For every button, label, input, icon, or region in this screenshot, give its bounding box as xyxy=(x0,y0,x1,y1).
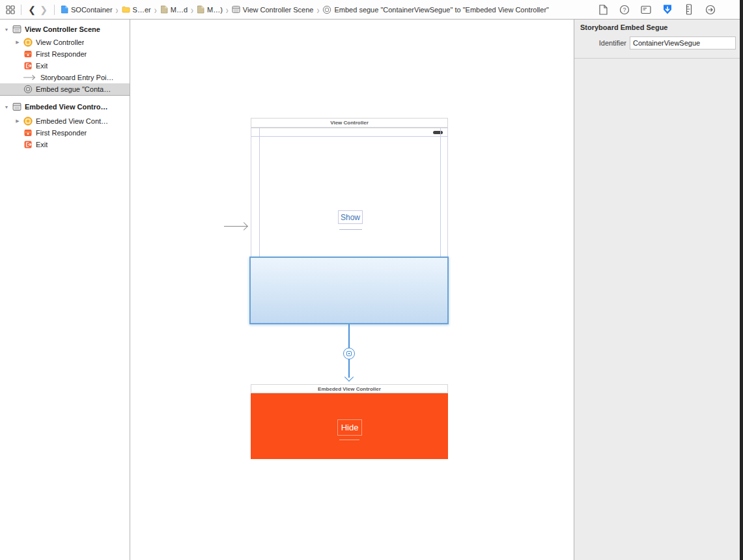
outline-item-label: Exit xyxy=(36,62,48,70)
scene-icon xyxy=(12,102,21,112)
tab-connections-inspector[interactable] xyxy=(704,3,717,16)
scene-icon xyxy=(12,25,21,35)
outline-item-embeded-view-controller[interactable]: ▶ Embeded View Cont… xyxy=(0,115,130,127)
breadcrumb-folder[interactable]: S…er xyxy=(122,6,151,14)
hide-button-label: Hide xyxy=(341,423,359,432)
identifier-label: Identifier xyxy=(574,39,626,47)
embed-segue-canvas-icon[interactable] xyxy=(343,348,355,359)
outline-item-label: First Responder xyxy=(36,50,87,58)
breadcrumb-separator: › xyxy=(191,3,193,16)
disclosure-right-icon[interactable]: ▶ xyxy=(14,40,21,45)
blue-file-icon xyxy=(61,5,68,14)
scene-group-label: Embeded View Contro… xyxy=(25,103,108,111)
screen-edge-strip xyxy=(740,0,743,560)
folder-icon xyxy=(122,6,130,13)
back-button[interactable]: ❮ xyxy=(26,4,38,16)
embed-segue-icon xyxy=(23,85,33,94)
ruler-icon xyxy=(686,4,692,15)
tab-quick-help-inspector[interactable]: ? xyxy=(618,3,631,16)
scene-group-label: View Controller Scene xyxy=(25,25,100,33)
tab-identity-inspector[interactable] xyxy=(639,3,652,16)
disclosure-down-icon[interactable]: ▼ xyxy=(3,105,10,109)
forward-button[interactable]: ❯ xyxy=(38,4,49,16)
exit-icon xyxy=(23,140,33,150)
hide-button[interactable]: Hide xyxy=(337,419,362,436)
outline-item-label: Embeded View Cont… xyxy=(36,117,108,125)
first-responder-icon xyxy=(23,128,33,138)
breadcrumb-label: View Controller Scene xyxy=(243,6,314,14)
breadcrumb-file-1[interactable]: M…d xyxy=(160,5,188,14)
breadcrumb-label: SOContainer xyxy=(71,6,113,14)
show-button-label: Show xyxy=(341,213,360,222)
breadcrumb-file-2[interactable]: M…) xyxy=(197,5,223,14)
top-vc-title: View Controller xyxy=(330,120,369,126)
tan-file-icon xyxy=(197,5,204,14)
file-inspector-icon xyxy=(598,5,608,15)
outline-item-label: Exit xyxy=(36,141,48,148)
segue-arrowhead-icon xyxy=(344,372,354,382)
bottom-vc-title: Embeded View Controller xyxy=(318,386,381,392)
storyboard-canvas[interactable]: View Controller Show Embeded View Contro… xyxy=(130,20,574,560)
show-button-baseline-guide xyxy=(339,229,362,230)
breadcrumb-separator: › xyxy=(316,3,319,16)
disclosure-down-icon[interactable]: ▼ xyxy=(3,27,10,32)
outline-item-label: View Controller xyxy=(36,38,84,46)
related-items-grid-icon xyxy=(6,5,15,14)
attributes-badge-icon xyxy=(662,4,673,15)
show-button[interactable]: Show xyxy=(338,210,363,224)
breadcrumb-label: M…d xyxy=(171,6,188,14)
outline-item-first-responder[interactable]: First Responder xyxy=(0,48,130,60)
scene-group-embeded-view-controller[interactable]: ▼ Embeded View Contro… xyxy=(0,101,130,113)
tab-size-inspector[interactable] xyxy=(682,3,695,16)
outline-item-first-responder[interactable]: First Responder xyxy=(0,127,130,139)
disclosure-right-icon[interactable]: ▶ xyxy=(14,119,21,124)
divider xyxy=(54,5,55,15)
tab-attributes-inspector-selected[interactable] xyxy=(661,3,674,16)
breadcrumb-separator: › xyxy=(116,3,119,16)
tan-file-icon xyxy=(160,5,168,14)
outline-item-label: First Responder xyxy=(36,129,87,137)
segue-inner-square xyxy=(346,351,352,356)
related-items-button[interactable] xyxy=(5,4,16,16)
breadcrumb-separator: › xyxy=(226,3,229,16)
identity-card-icon xyxy=(641,5,651,14)
section-title: Storyboard Embed Segue xyxy=(580,23,667,31)
entry-point-arrow-icon xyxy=(23,73,37,83)
question-mark-icon: ? xyxy=(619,5,630,15)
breadcrumb-segue[interactable]: Embed segue "ContainerViewSegue" to "Emb… xyxy=(322,5,549,14)
layout-guide-right xyxy=(440,128,441,257)
battery-icon xyxy=(433,131,443,134)
outline-item-label: Embed segue "Conta… xyxy=(36,85,111,93)
utilities-panel: Storyboard Embed Segue Identifier xyxy=(574,20,740,560)
identifier-row: Identifier xyxy=(574,36,740,51)
outline-item-storyboard-entry-point[interactable]: Storyboard Entry Poi… xyxy=(0,72,130,83)
divider xyxy=(574,58,740,59)
tab-file-inspector[interactable] xyxy=(596,3,610,16)
exit-icon xyxy=(23,61,33,71)
breadcrumb-project[interactable]: SOContainer xyxy=(61,5,113,14)
jump-bar: ❮ ❯ SOContainer › S…er › M…d › xyxy=(0,0,574,20)
outline-item-exit[interactable]: Exit xyxy=(0,139,130,150)
bottom-vc-header-bar[interactable]: Embeded View Controller xyxy=(251,384,448,393)
segue-dot xyxy=(348,353,350,355)
top-vc-header-bar[interactable]: View Controller xyxy=(251,118,448,128)
breadcrumb-label: M…) xyxy=(207,6,223,14)
xcode-interface-builder: ❮ ❯ SOContainer › S…er › M…d › xyxy=(0,0,743,560)
hide-button-baseline-guide xyxy=(339,440,359,440)
layout-guide-left xyxy=(259,128,260,257)
outline-item-embed-segue-selected[interactable]: Embed segue "Conta… xyxy=(0,83,130,96)
breadcrumb-scene[interactable]: View Controller Scene xyxy=(232,5,314,14)
breadcrumb-separator: › xyxy=(154,3,157,16)
bottom-vc-view[interactable]: Hide xyxy=(251,393,448,459)
scene-group-view-controller[interactable]: ▼ View Controller Scene xyxy=(0,23,130,35)
outline-item-exit[interactable]: Exit xyxy=(0,60,130,72)
entry-point-arrowhead-icon xyxy=(240,222,248,231)
outline-item-view-controller[interactable]: ▶ View Controller xyxy=(0,36,130,48)
container-view[interactable] xyxy=(249,257,449,324)
view-controller-icon xyxy=(23,117,33,126)
view-controller-icon xyxy=(23,38,33,48)
identifier-input[interactable] xyxy=(630,36,736,49)
connections-arrow-icon xyxy=(705,5,716,15)
inspector-tab-bar: ? xyxy=(574,0,740,20)
breadcrumb-label: S…er xyxy=(133,6,151,14)
